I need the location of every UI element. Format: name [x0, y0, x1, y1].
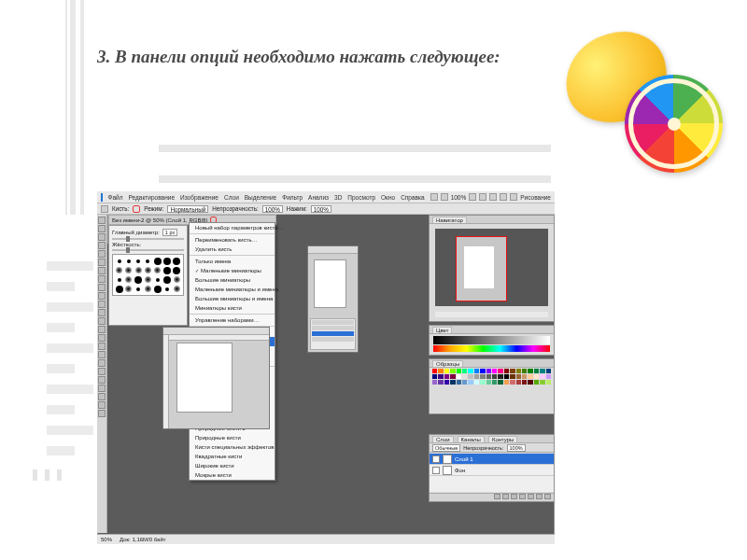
canvas[interactable]	[176, 343, 233, 413]
brush-thumb[interactable]	[153, 266, 162, 274]
brush-thumb[interactable]	[144, 285, 152, 293]
swatch[interactable]	[474, 369, 479, 373]
history-item[interactable]	[312, 320, 354, 325]
swatch[interactable]	[486, 380, 491, 385]
swatch[interactable]	[486, 374, 491, 379]
menu-item[interactable]: Большие миниатюры и имена	[190, 294, 275, 303]
swap-colors-icon[interactable]	[98, 393, 106, 400]
blur-tool-icon[interactable]	[98, 317, 106, 325]
opacity-field[interactable]: 100%	[262, 205, 283, 213]
swatch[interactable]	[444, 374, 449, 379]
menu-item[interactable]: Изображение	[180, 194, 218, 201]
menu-item[interactable]: Квадратные кисти	[190, 452, 275, 461]
gradient-tool-icon[interactable]	[98, 309, 106, 316]
menu-item[interactable]: Выделение	[245, 194, 276, 201]
toolbar-icon[interactable]	[441, 193, 448, 201]
swatch[interactable]	[528, 380, 532, 385]
lasso-tool-icon[interactable]	[98, 233, 106, 241]
stamp-tool-icon[interactable]	[98, 284, 106, 291]
blend-mode-select[interactable]: Нормальный	[167, 205, 208, 213]
brush-thumb[interactable]	[134, 285, 143, 293]
menu-item[interactable]: 3D	[334, 194, 342, 201]
history-item[interactable]	[312, 331, 354, 336]
swatch[interactable]	[540, 374, 544, 379]
brush-thumb[interactable]	[124, 266, 133, 274]
swatch[interactable]	[438, 380, 443, 385]
swatch[interactable]	[504, 374, 509, 379]
menu-item[interactable]: Управление наборами…	[190, 315, 275, 325]
swatch[interactable]	[510, 374, 514, 379]
menu-item[interactable]: Анализ	[308, 194, 329, 201]
menu-item[interactable]: Мокрые кисти	[190, 470, 275, 480]
brush-thumb[interactable]	[173, 275, 181, 284]
opacity-field[interactable]: 100%	[507, 444, 526, 452]
swatch[interactable]	[510, 380, 514, 385]
swatch[interactable]	[438, 374, 443, 379]
swatch[interactable]	[534, 374, 539, 379]
flow-field[interactable]: 100%	[311, 205, 331, 213]
brush-thumb[interactable]	[115, 285, 123, 293]
hardness-slider[interactable]	[112, 249, 184, 251]
swatch[interactable]	[546, 369, 551, 373]
brush-thumb[interactable]	[153, 285, 162, 293]
swatch[interactable]	[462, 369, 467, 373]
menu-item[interactable]: Слои	[224, 194, 239, 201]
brush-thumb[interactable]	[134, 266, 143, 274]
swatch[interactable]	[474, 380, 479, 385]
swatch[interactable]	[468, 374, 472, 379]
history-brush-icon[interactable]	[98, 292, 106, 300]
doc-titlebar[interactable]	[163, 328, 269, 335]
brush-thumb[interactable]	[115, 275, 123, 284]
layer-row[interactable]: Слой 1	[430, 454, 554, 465]
marquee-tool-icon[interactable]	[98, 225, 106, 232]
navigator-view[interactable]	[435, 229, 548, 306]
swatch[interactable]	[540, 369, 544, 373]
zoom-tool-icon[interactable]	[98, 385, 106, 392]
swatch[interactable]	[516, 380, 521, 385]
brush-thumb[interactable]	[162, 285, 171, 293]
diameter-slider[interactable]	[112, 238, 184, 240]
workspace-switcher[interactable]: Рисование	[520, 194, 551, 201]
swatch[interactable]	[522, 374, 527, 379]
swatch[interactable]	[528, 374, 532, 379]
menu-item[interactable]: Широкие кисти	[190, 461, 275, 470]
panel-tab[interactable]: Каналы	[458, 436, 485, 442]
status-zoom[interactable]: 50%	[101, 537, 112, 542]
swatch[interactable]	[498, 374, 502, 379]
type-tool-icon[interactable]	[98, 343, 106, 350]
swatch[interactable]	[438, 369, 443, 373]
crop-tool-icon[interactable]	[98, 250, 106, 258]
brush-thumb[interactable]	[124, 285, 133, 293]
visibility-icon[interactable]	[432, 455, 440, 463]
brush-thumb[interactable]	[144, 257, 152, 265]
swatch[interactable]	[516, 369, 521, 373]
panel-tab[interactable]: Цвет	[432, 327, 452, 333]
swatch[interactable]	[474, 374, 479, 379]
navigator-thumb[interactable]	[456, 236, 507, 301]
swatch[interactable]	[480, 380, 485, 385]
swatch[interactable]	[540, 380, 544, 385]
menu-item[interactable]: Переименовать кисть…	[190, 235, 275, 245]
swatch[interactable]	[462, 380, 467, 385]
panel-tab[interactable]: Слои	[432, 436, 454, 442]
swatch[interactable]	[534, 380, 539, 385]
swatch[interactable]	[432, 369, 437, 373]
swatch[interactable]	[492, 369, 497, 373]
dodge-tool-icon[interactable]	[98, 326, 106, 333]
menu-item[interactable]: Кисти специальных эффектов	[190, 442, 275, 452]
arrange-icon[interactable]	[500, 193, 507, 201]
move-tool-icon[interactable]	[98, 217, 106, 224]
menu-item[interactable]: Большие миниатюры	[190, 275, 275, 285]
document-window-2[interactable]	[307, 245, 359, 353]
brush-thumb[interactable]	[173, 266, 181, 274]
menu-item[interactable]: Удалить кисть	[190, 245, 275, 254]
menu-item[interactable]: Справка	[401, 194, 425, 201]
menu-item[interactable]: Редактирование	[128, 194, 175, 201]
visibility-icon[interactable]	[432, 467, 440, 474]
wand-tool-icon[interactable]	[98, 242, 106, 249]
swatch[interactable]	[468, 380, 472, 385]
link-icon[interactable]	[494, 494, 500, 499]
history-item[interactable]	[312, 337, 354, 342]
brush-thumb[interactable]	[162, 266, 171, 274]
navigator-zoom-slider[interactable]	[435, 312, 548, 317]
